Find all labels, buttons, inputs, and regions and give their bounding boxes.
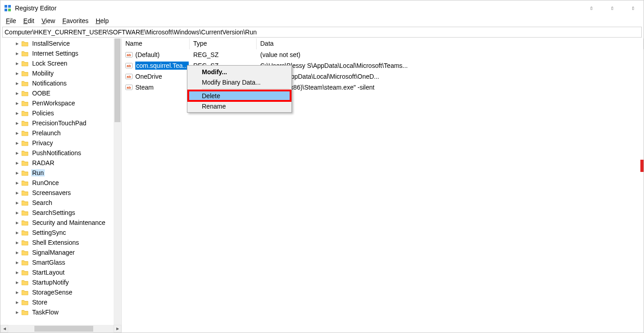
tree-item[interactable]: ▶TaskFlow bbox=[0, 307, 121, 317]
column-header-data[interactable]: Data bbox=[257, 38, 644, 49]
context-menu: Modify... Modify Binary Data... Delete R… bbox=[187, 65, 292, 113]
context-menu-modify-binary[interactable]: Modify Binary Data... bbox=[188, 77, 291, 87]
tree-item-label: Store bbox=[31, 299, 48, 306]
context-menu-delete[interactable]: Delete bbox=[188, 90, 291, 101]
tree-item[interactable]: ▶StorageSense bbox=[0, 287, 121, 297]
folder-icon bbox=[21, 219, 29, 226]
chevron-right-icon[interactable]: ▶ bbox=[14, 209, 20, 216]
chevron-right-icon[interactable]: ▶ bbox=[14, 219, 20, 226]
tree-item[interactable]: ▶Lock Screen bbox=[0, 58, 121, 68]
context-menu-rename[interactable]: Rename bbox=[188, 101, 291, 111]
tree-item[interactable]: ▶Internet Settings bbox=[0, 48, 121, 58]
tree-item[interactable]: ▶Policies bbox=[0, 108, 121, 118]
chevron-right-icon[interactable]: ▶ bbox=[14, 90, 20, 96]
tree-item-label: RunOnce bbox=[31, 179, 60, 186]
chevron-right-icon[interactable]: ▶ bbox=[14, 229, 20, 236]
maximize-button[interactable]:  bbox=[602, 0, 623, 16]
address-bar[interactable]: Computer\HKEY_CURRENT_USER\SOFTWARE\Micr… bbox=[2, 27, 642, 38]
minimize-button[interactable]:  bbox=[581, 0, 602, 16]
value-data-cell: C:\Users\Blessy S\AppData\Local\Microsof… bbox=[257, 62, 644, 69]
context-menu-modify[interactable]: Modify... bbox=[188, 67, 291, 77]
tree-item[interactable]: ▶InstallService bbox=[0, 38, 121, 48]
tree-item[interactable]: ▶PrecisionTouchPad bbox=[0, 118, 121, 128]
folder-icon bbox=[21, 299, 29, 306]
chevron-right-icon[interactable]: ▶ bbox=[14, 259, 20, 266]
value-row[interactable]: (Default)REG_SZ(value not set) bbox=[122, 49, 644, 60]
tree-item-label: Internet Settings bbox=[31, 50, 79, 57]
menu-edit[interactable]: Edit bbox=[20, 16, 38, 25]
tree-item[interactable]: ▶SmartGlass bbox=[0, 257, 121, 267]
tree-item[interactable]: ▶OOBE bbox=[0, 88, 121, 98]
tree-horizontal-scrollbar[interactable]: ◀ ▶ bbox=[0, 325, 121, 333]
chevron-right-icon[interactable]: ▶ bbox=[14, 170, 20, 176]
tree-item[interactable]: ▶SearchSettings bbox=[0, 208, 121, 218]
chevron-right-icon[interactable]: ▶ bbox=[14, 279, 20, 285]
tree-item[interactable]: ▶Run bbox=[0, 168, 121, 178]
title-bar[interactable]: Registry Editor    bbox=[0, 0, 644, 16]
tree-item[interactable]: ▶Privacy bbox=[0, 138, 121, 148]
scrollbar-track[interactable] bbox=[8, 325, 114, 333]
close-button[interactable]:  bbox=[623, 0, 644, 16]
chevron-right-icon[interactable]: ▶ bbox=[14, 140, 20, 146]
folder-icon bbox=[21, 209, 29, 216]
column-header-name[interactable]: Name bbox=[122, 38, 190, 49]
chevron-right-icon[interactable]: ▶ bbox=[14, 80, 20, 86]
chevron-right-icon[interactable]: ▶ bbox=[14, 100, 20, 106]
tree-item[interactable]: ▶SignalManager bbox=[0, 247, 121, 257]
value-name-cell: com.squirrel.Tea... bbox=[122, 62, 190, 70]
folder-icon bbox=[21, 80, 29, 87]
chevron-right-icon[interactable]: ▶ bbox=[14, 239, 20, 246]
tree-item-label: Policies bbox=[31, 109, 55, 117]
chevron-right-icon[interactable]: ▶ bbox=[14, 120, 20, 126]
chevron-right-icon[interactable]: ▶ bbox=[14, 269, 20, 276]
menu-favorites[interactable]: Favorites bbox=[59, 16, 92, 25]
tree-item[interactable]: ▶Security and Maintenance bbox=[0, 218, 121, 228]
scrollbar-thumb[interactable] bbox=[114, 38, 120, 122]
tree-item[interactable]: ▶RADAR bbox=[0, 158, 121, 168]
folder-icon bbox=[21, 279, 29, 286]
scroll-right-button[interactable]: ▶ bbox=[114, 325, 121, 333]
registry-tree[interactable]: ▶InstallService▶Internet Settings▶Lock S… bbox=[0, 38, 121, 325]
scrollbar-thumb[interactable] bbox=[34, 326, 93, 332]
chevron-right-icon[interactable]: ▶ bbox=[14, 150, 20, 156]
chevron-right-icon[interactable]: ▶ bbox=[14, 40, 20, 47]
menu-help[interactable]: Help bbox=[92, 16, 112, 25]
tree-item[interactable]: ▶PushNotifications bbox=[0, 148, 121, 158]
tree-item[interactable]: ▶PenWorkspace bbox=[0, 98, 121, 108]
column-header-type[interactable]: Type bbox=[190, 38, 257, 49]
chevron-right-icon[interactable]: ▶ bbox=[14, 249, 20, 256]
tree-item[interactable]: ▶SettingSync bbox=[0, 228, 121, 238]
chevron-right-icon[interactable]: ▶ bbox=[14, 190, 20, 196]
tree-item[interactable]: ▶Prelaunch bbox=[0, 128, 121, 138]
chevron-right-icon[interactable]: ▶ bbox=[14, 60, 20, 67]
folder-icon bbox=[21, 40, 29, 47]
scroll-left-button[interactable]: ◀ bbox=[0, 325, 8, 333]
tree-item[interactable]: ▶RunOnce bbox=[0, 178, 121, 188]
chevron-right-icon[interactable]: ▶ bbox=[14, 289, 20, 295]
chevron-right-icon[interactable]: ▶ bbox=[14, 160, 20, 166]
tree-item[interactable]: ▶Mobility bbox=[0, 68, 121, 78]
tree-item[interactable]: ▶Shell Extensions bbox=[0, 238, 121, 247]
tree-item[interactable]: ▶Search bbox=[0, 198, 121, 208]
folder-icon bbox=[21, 309, 29, 316]
menu-file[interactable]: File bbox=[2, 16, 20, 25]
context-menu-separator bbox=[202, 89, 290, 89]
chevron-right-icon[interactable]: ▶ bbox=[14, 70, 20, 76]
chevron-right-icon[interactable]: ▶ bbox=[14, 309, 20, 315]
menu-view[interactable]: View bbox=[38, 16, 59, 25]
chevron-right-icon[interactable]: ▶ bbox=[14, 130, 20, 136]
tree-vertical-scrollbar[interactable] bbox=[114, 38, 121, 325]
chevron-right-icon[interactable]: ▶ bbox=[14, 200, 20, 206]
tree-item-label: Mobility bbox=[31, 70, 54, 77]
tree-item[interactable]: ▶StartLayout bbox=[0, 267, 121, 277]
chevron-right-icon[interactable]: ▶ bbox=[14, 50, 20, 57]
folder-icon bbox=[21, 169, 29, 176]
chevron-right-icon[interactable]: ▶ bbox=[14, 299, 20, 305]
tree-item[interactable]: ▶StartupNotify bbox=[0, 277, 121, 287]
tree-item[interactable]: ▶Screensavers bbox=[0, 188, 121, 198]
chevron-right-icon[interactable]: ▶ bbox=[14, 180, 20, 186]
tree-item[interactable]: ▶Notifications bbox=[0, 78, 121, 88]
folder-icon bbox=[21, 109, 29, 117]
chevron-right-icon[interactable]: ▶ bbox=[14, 110, 20, 116]
tree-item[interactable]: ▶Store bbox=[0, 297, 121, 307]
